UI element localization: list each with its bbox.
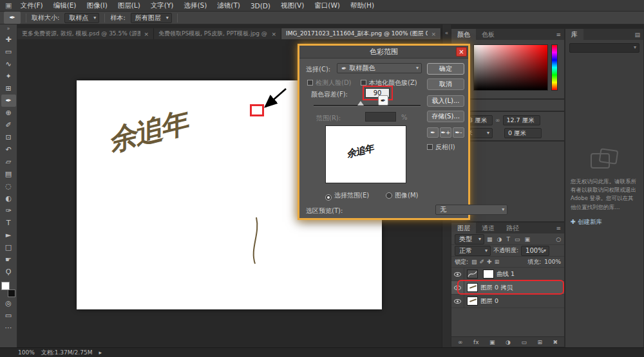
- lock-transparency-icon[interactable]: ▨: [471, 259, 477, 265]
- filter-smart-object-icon[interactable]: ▣: [524, 236, 530, 243]
- tab-color[interactable]: 颜色: [451, 29, 476, 40]
- menu-select[interactable]: 选择(S): [179, 1, 211, 10]
- path-select-tool[interactable]: ►: [1, 229, 16, 241]
- image-radio[interactable]: 图像(M): [386, 191, 418, 200]
- eraser-tool[interactable]: ▱: [1, 156, 16, 168]
- dialog-title-bar[interactable]: 色彩范围 ×: [299, 46, 468, 59]
- filter-pixel-icon[interactable]: ▦: [487, 236, 493, 243]
- status-arrow-icon[interactable]: ▸: [99, 349, 102, 356]
- add-sample-eyedropper-button[interactable]: ✒+: [440, 127, 451, 138]
- panel-menu-icon[interactable]: ≡: [553, 223, 564, 233]
- delete-layer-icon[interactable]: ✖: [553, 339, 558, 345]
- layer-row-curves[interactable]: 曲线 1: [451, 268, 564, 281]
- add-mask-icon[interactable]: ▣: [489, 339, 495, 345]
- adjustment-layer-icon[interactable]: ◑: [506, 339, 511, 345]
- layer-mask-thumbnail[interactable]: [483, 270, 494, 279]
- fuzziness-slider[interactable]: [314, 105, 421, 107]
- fill-value[interactable]: 100%: [544, 259, 561, 265]
- lock-all-icon[interactable]: ⊞: [495, 259, 500, 265]
- gradient-tool[interactable]: ▤: [1, 168, 16, 180]
- dodge-tool[interactable]: ◐: [1, 192, 16, 205]
- link-layers-icon[interactable]: ∞: [458, 339, 463, 345]
- edit-toolbar-icon[interactable]: ⋯: [1, 322, 16, 334]
- spot-healing-tool[interactable]: ⊕: [1, 107, 16, 119]
- tab-channels[interactable]: 通道: [476, 223, 500, 233]
- eyedropper-tool[interactable]: ✒: [1, 95, 16, 107]
- cancel-button[interactable]: 取消: [427, 78, 464, 90]
- selection-preview-dropdown[interactable]: 无: [435, 205, 507, 215]
- blend-mode-dropdown[interactable]: 正常: [455, 246, 491, 256]
- hand-tool[interactable]: ☛: [1, 253, 16, 266]
- select-dropdown[interactable]: ✒ 取样颜色: [337, 63, 422, 73]
- dialog-close-button[interactable]: ×: [456, 47, 467, 57]
- brush-tool[interactable]: ✐: [1, 119, 16, 131]
- screen-mode-icon[interactable]: ▭: [1, 309, 16, 322]
- visibility-toggle[interactable]: [451, 295, 464, 307]
- blur-tool[interactable]: ◌: [1, 180, 16, 192]
- new-layer-icon[interactable]: ⊞: [537, 339, 542, 345]
- marquee-tool[interactable]: ▭: [1, 46, 16, 58]
- menu-file[interactable]: 文件(F): [15, 1, 47, 10]
- sample-size-dropdown[interactable]: 取样点: [64, 13, 99, 23]
- document-tab-2[interactable]: 免费领取PS模板, PS皮肤, PPT模板.jpg @ 29.8% (免… ×: [154, 28, 281, 39]
- invert-checkbox[interactable]: 反相(I): [427, 143, 455, 152]
- menu-window[interactable]: 窗口(W): [310, 1, 345, 10]
- panel-menu-icon[interactable]: ≡: [553, 29, 564, 40]
- collapse-panels-icon[interactable]: «: [442, 30, 451, 36]
- color-swatches[interactable]: [1, 282, 15, 297]
- new-group-icon[interactable]: ▭: [521, 339, 527, 345]
- ok-button[interactable]: 确定: [427, 63, 464, 75]
- type-tool[interactable]: T: [1, 217, 16, 229]
- menu-edit[interactable]: 编辑(E): [49, 1, 81, 10]
- opacity-dropdown[interactable]: 100%: [521, 246, 549, 256]
- pen-tool[interactable]: ✑: [1, 205, 16, 217]
- toolbar-collapse-icon[interactable]: »: [7, 26, 10, 33]
- selection-radio[interactable]: 选择范围(E): [325, 191, 369, 201]
- create-library-link[interactable]: ✚ 创建新库: [571, 218, 638, 226]
- filter-adjustment-icon[interactable]: ◑: [497, 236, 502, 243]
- menu-layer[interactable]: 图层(L): [113, 1, 145, 10]
- lock-pixels-icon[interactable]: ✐: [480, 259, 485, 265]
- document-tab-3[interactable]: IMG_20171023_111604_副本.png @ 100% (图层 0 …: [281, 28, 441, 39]
- link-dimensions-icon[interactable]: ∞: [495, 117, 500, 124]
- subtract-sample-eyedropper-button[interactable]: ✒-: [453, 127, 464, 138]
- close-tab-icon[interactable]: ×: [144, 31, 149, 37]
- libraries-grid-icon[interactable]: ▤: [631, 29, 643, 40]
- quick-mask-icon[interactable]: ◎: [1, 297, 16, 309]
- sample-dropdown[interactable]: 所有图层: [131, 13, 172, 23]
- menu-view[interactable]: 视图(V): [276, 1, 308, 10]
- saturation-brightness-field[interactable]: [473, 44, 548, 91]
- layer-style-icon[interactable]: fx: [473, 339, 479, 345]
- quick-select-tool[interactable]: ✦: [1, 70, 16, 82]
- menu-filter[interactable]: 滤镜(T): [213, 1, 245, 10]
- clone-stamp-tool[interactable]: ⊡: [1, 131, 16, 143]
- move-tool[interactable]: ✚: [1, 33, 16, 46]
- visibility-toggle[interactable]: [451, 268, 464, 280]
- foreground-color-swatch[interactable]: [1, 282, 10, 290]
- curves-layer-thumbnail[interactable]: [467, 270, 478, 279]
- menu-type[interactable]: 文字(Y): [146, 1, 178, 10]
- filter-type-icon[interactable]: T: [506, 236, 510, 243]
- offset-field[interactable]: 0 厘米: [504, 128, 542, 138]
- lock-position-icon[interactable]: ✚: [487, 259, 492, 265]
- crop-tool[interactable]: ⊞: [1, 82, 16, 95]
- history-brush-tool[interactable]: ↶: [1, 143, 16, 156]
- library-search-input[interactable]: [569, 43, 639, 53]
- tab-libraries[interactable]: 库: [565, 29, 583, 40]
- layer-name[interactable]: 图层 0: [480, 297, 498, 306]
- tab-paths[interactable]: 路径: [500, 223, 525, 233]
- menu-image[interactable]: 图像(I): [82, 1, 111, 10]
- menu-help[interactable]: 帮助(H): [346, 1, 379, 10]
- close-tab-icon[interactable]: ×: [271, 31, 276, 37]
- hue-strip[interactable]: [551, 44, 558, 91]
- document-tab-1[interactable]: 更多免费资源, 敦煌, 模板.psd @ 35.5% (源图层 2, RG… ×: [17, 28, 154, 39]
- layer-thumbnail[interactable]: [467, 297, 478, 306]
- sample-eyedropper-button[interactable]: ✒: [427, 127, 439, 138]
- save-button[interactable]: 存储(S)...: [427, 111, 464, 122]
- zoom-tool[interactable]: Ϙ: [1, 266, 16, 278]
- filter-shape-icon[interactable]: ▭: [515, 236, 520, 243]
- layer-name[interactable]: 曲线 1: [497, 270, 515, 279]
- detect-faces-checkbox[interactable]: 检测人脸(D): [307, 78, 352, 87]
- menu-3d[interactable]: 3D(D): [246, 2, 275, 10]
- background-color-swatch[interactable]: [8, 289, 15, 297]
